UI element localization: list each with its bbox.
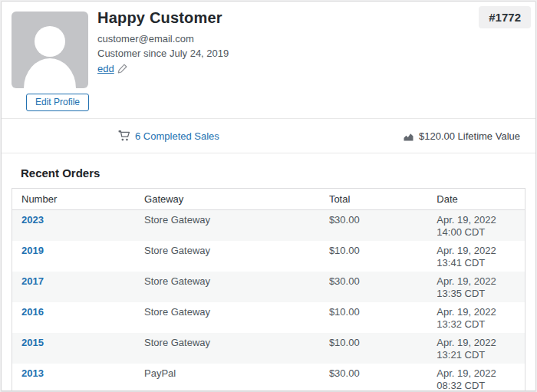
- order-row: 2023 Store Gateway $30.00 Apr. 19, 2022 …: [12, 210, 525, 242]
- order-date-cell: Apr. 19, 2022 13:32 CDT: [427, 302, 525, 333]
- order-gateway-cell: PayPal: [135, 364, 320, 391]
- customer-name: Happy Customer: [97, 9, 229, 27]
- order-number-link[interactable]: 2017: [21, 275, 44, 287]
- order-number-link[interactable]: 2019: [21, 245, 44, 256]
- order-number-link[interactable]: 2016: [21, 306, 44, 318]
- order-time: 14:00 CDT: [437, 226, 516, 239]
- column-header-total[interactable]: Total: [320, 189, 427, 210]
- order-number-link[interactable]: 2015: [21, 337, 44, 348]
- order-total-cell: $30.00: [320, 364, 427, 391]
- order-date: Apr. 19, 2022: [437, 275, 516, 288]
- order-number-cell: 2023: [12, 210, 136, 242]
- order-date-cell: Apr. 19, 2022 13:41 CDT: [427, 241, 525, 272]
- completed-sales-link[interactable]: 6 Completed Sales: [135, 130, 219, 142]
- order-number-cell: 2016: [12, 302, 136, 333]
- order-row: 2019 Store Gateway $10.00 Apr. 19, 2022 …: [12, 241, 525, 272]
- order-number-cell: 2017: [12, 272, 136, 302]
- order-number-cell: 2013: [12, 364, 136, 391]
- order-gateway-cell: Store Gateway: [135, 333, 320, 364]
- order-number-cell: 2015: [12, 333, 136, 364]
- order-gateway-cell: Store Gateway: [135, 272, 320, 302]
- order-date: Apr. 19, 2022: [437, 214, 516, 226]
- order-row: 2015 Store Gateway $10.00 Apr. 19, 2022 …: [12, 333, 525, 364]
- order-number-link[interactable]: 2013: [21, 367, 44, 379]
- order-time: 13:21 CDT: [437, 349, 516, 361]
- customer-details-page: Happy Customer customer@email.com Custom…: [1, 1, 536, 391]
- column-header-date[interactable]: Date: [427, 189, 525, 210]
- order-date: Apr. 19, 2022: [437, 367, 516, 380]
- avatar: [12, 12, 88, 88]
- edit-pencil-icon[interactable]: [117, 64, 127, 74]
- order-date-cell: Apr. 19, 2022 14:00 CDT: [427, 210, 525, 242]
- lifetime-value-text: $120.00 Lifetime Value: [419, 130, 520, 142]
- order-time: 13:32 CDT: [437, 318, 516, 331]
- order-number-cell: 2019: [12, 241, 136, 272]
- order-date-cell: Apr. 19, 2022 13:35 CDT: [427, 272, 525, 302]
- order-gateway-cell: Store Gateway: [135, 302, 320, 333]
- order-total-cell: $10.00: [320, 302, 427, 333]
- area-chart-icon: [403, 130, 414, 142]
- column-header-gateway[interactable]: Gateway: [135, 189, 320, 210]
- order-date-cell: Apr. 19, 2022 13:21 CDT: [427, 333, 525, 364]
- order-date: Apr. 19, 2022: [437, 337, 516, 349]
- order-date-cell: Apr. 19, 2022 08:32 CDT: [427, 364, 525, 391]
- lifetime-value-stat: $120.00 Lifetime Value: [403, 130, 520, 142]
- order-gateway-cell: Store Gateway: [135, 210, 320, 242]
- order-number-link[interactable]: 2023: [21, 214, 44, 226]
- orders-table-header-row: Number Gateway Total Date: [12, 189, 525, 210]
- order-total-cell: $10.00: [320, 241, 427, 272]
- order-total-cell: $30.00: [320, 210, 427, 242]
- order-total-cell: $30.00: [320, 272, 427, 302]
- order-row: 2016 Store Gateway $10.00 Apr. 19, 2022 …: [12, 302, 525, 333]
- recent-orders-section: Recent Orders Number Gateway Total Date …: [2, 166, 535, 391]
- column-header-number[interactable]: Number: [12, 189, 136, 210]
- customer-email: customer@email.com: [97, 33, 229, 44]
- user-account-link[interactable]: edd: [97, 63, 114, 74]
- customer-profile-header: Happy Customer customer@email.com Custom…: [2, 2, 535, 118]
- person-silhouette-icon: [12, 12, 88, 88]
- cart-icon: [118, 130, 130, 142]
- order-row: 2017 Store Gateway $30.00 Apr. 19, 2022 …: [12, 272, 525, 302]
- linked-user-row: edd: [97, 63, 229, 74]
- order-time: 13:35 CDT: [437, 288, 516, 300]
- customer-id-badge: #1772: [479, 6, 531, 28]
- edit-profile-button[interactable]: Edit Profile: [26, 94, 89, 111]
- recent-orders-title: Recent Orders: [21, 166, 525, 180]
- order-time: 13:41 CDT: [437, 257, 516, 269]
- orders-table-body: 2023 Store Gateway $30.00 Apr. 19, 2022 …: [12, 210, 525, 392]
- customer-since: Customer since July 24, 2019: [97, 48, 229, 59]
- completed-sales-stat: 6 Completed Sales: [118, 130, 219, 142]
- orders-table: Number Gateway Total Date 2023 Store Gat…: [12, 188, 525, 391]
- customer-stats-bar: 6 Completed Sales $120.00 Lifetime Value: [2, 118, 535, 153]
- customer-info: Happy Customer customer@email.com Custom…: [97, 9, 229, 74]
- order-date: Apr. 19, 2022: [437, 245, 516, 257]
- order-gateway-cell: Store Gateway: [135, 241, 320, 272]
- order-date: Apr. 19, 2022: [437, 306, 516, 318]
- order-total-cell: $10.00: [320, 333, 427, 364]
- order-row: 2013 PayPal $30.00 Apr. 19, 2022 08:32 C…: [12, 364, 525, 391]
- order-time: 08:32 CDT: [437, 380, 516, 391]
